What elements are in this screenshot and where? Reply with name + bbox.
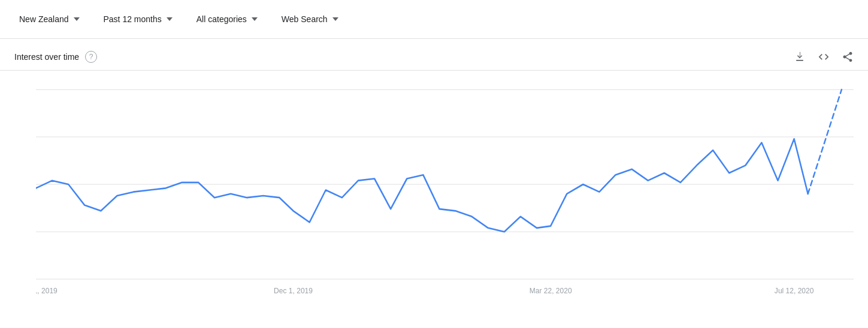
searchtype-dropdown[interactable]: Web Search — [277, 11, 343, 28]
help-icon[interactable]: ? — [85, 51, 97, 63]
region-label: New Zealand — [19, 14, 69, 24]
interest-over-time-chart: 100 75 50 25 Aug 11, 2019 Dec 1, 2019 Ma… — [36, 71, 854, 298]
x-label-jul: Jul 12, 2020 — [775, 286, 814, 294]
chart-title-group: Interest over time ? — [14, 51, 97, 63]
help-icon-label: ? — [89, 53, 93, 61]
chart-container: 100 75 50 25 Aug 11, 2019 Dec 1, 2019 Ma… — [0, 71, 868, 298]
embed-icon — [818, 51, 830, 63]
x-label-aug: Aug 11, 2019 — [36, 286, 58, 294]
download-button[interactable] — [794, 51, 806, 63]
chart-section: Interest over time ? — [0, 39, 868, 298]
categories-dropdown[interactable]: All categories — [192, 11, 262, 28]
searchtype-chevron-icon — [332, 17, 338, 21]
share-icon — [842, 51, 854, 63]
chart-title: Interest over time — [14, 52, 79, 62]
chart-actions — [794, 51, 854, 63]
chart-line-dotted — [808, 90, 842, 194]
region-dropdown[interactable]: New Zealand — [14, 11, 84, 28]
embed-button[interactable] — [818, 51, 830, 63]
chart-line-solid — [36, 139, 808, 232]
filter-bar: New Zealand Past 12 months All categorie… — [0, 0, 868, 39]
timerange-dropdown[interactable]: Past 12 months — [99, 11, 177, 28]
region-chevron-icon — [74, 17, 80, 21]
download-icon — [794, 51, 806, 63]
x-label-mar: Mar 22, 2020 — [530, 286, 572, 294]
timerange-label: Past 12 months — [104, 14, 162, 24]
chart-header: Interest over time ? — [0, 39, 868, 71]
categories-chevron-icon — [252, 17, 258, 21]
searchtype-label: Web Search — [282, 14, 328, 24]
timerange-chevron-icon — [167, 17, 173, 21]
share-button[interactable] — [842, 51, 854, 63]
x-label-dec: Dec 1, 2019 — [274, 286, 313, 294]
categories-label: All categories — [196, 14, 247, 24]
